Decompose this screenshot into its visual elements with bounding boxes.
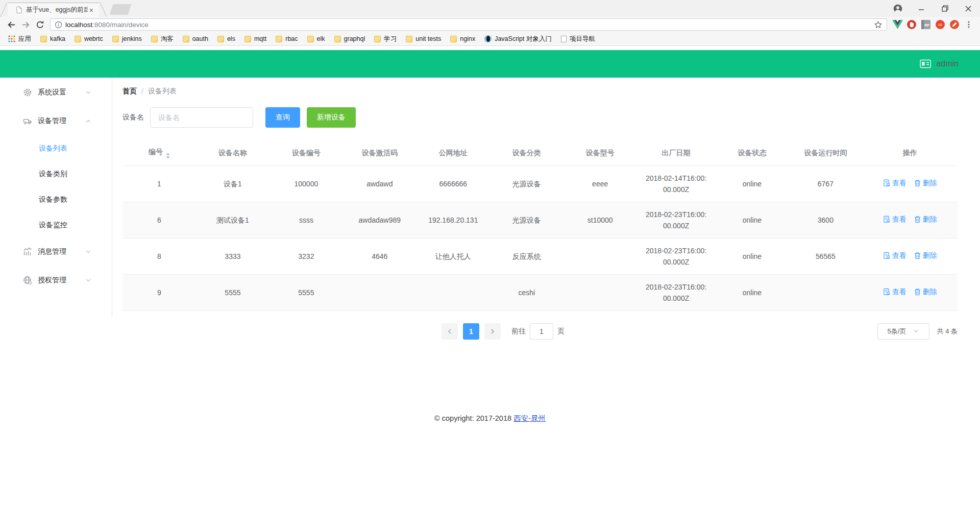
table-cell: online: [715, 165, 789, 202]
bookmark-item[interactable]: JavaScript 对象入门: [480, 33, 556, 45]
next-page-button[interactable]: [484, 323, 501, 340]
restore-button[interactable]: [933, 0, 957, 17]
sidebar-subitem[interactable]: 设备类别: [0, 161, 112, 186]
reload-button[interactable]: [33, 18, 47, 31]
delete-link[interactable]: 删除: [914, 286, 937, 297]
table-cell: ceshi: [490, 274, 564, 310]
query-button[interactable]: 查询: [265, 107, 300, 128]
bookmark-label: unit tests: [415, 35, 441, 42]
bookmark-label: JavaScript 对象入门: [495, 35, 552, 43]
address-bar[interactable]: localhost:8080/main/device: [50, 18, 887, 31]
folder-icon: [450, 36, 457, 42]
forward-button[interactable]: [18, 18, 33, 31]
sidebar-subitem[interactable]: 设备监控: [0, 212, 112, 237]
table-cell: 56565: [789, 238, 862, 274]
trash-icon: [914, 216, 921, 223]
view-link[interactable]: 查看: [883, 250, 906, 261]
delete-link[interactable]: 删除: [914, 177, 937, 188]
folder-icon: [406, 36, 412, 42]
bookmark-item[interactable]: kafka: [36, 34, 69, 44]
table-cell: 6: [122, 202, 196, 238]
url-text: localhost:8080/main/device: [65, 21, 149, 29]
pencil-extension-icon[interactable]: [947, 18, 962, 31]
bookmark-item[interactable]: mqtt: [240, 34, 271, 44]
sidebar-item-system[interactable]: 系统设置: [0, 78, 112, 107]
sidebar-item-device[interactable]: 设备管理: [0, 107, 112, 135]
rp-extension-icon[interactable]: RP: [919, 18, 933, 31]
view-link-label: 查看: [892, 213, 906, 225]
sidebar-item-auth[interactable]: 授权管理: [0, 266, 112, 295]
view-link[interactable]: 查看: [883, 286, 906, 297]
user-menu[interactable]: admin: [920, 59, 959, 68]
info-icon[interactable]: [55, 21, 62, 29]
page-icon: [561, 36, 567, 42]
sort-caret-icon[interactable]: [166, 153, 170, 159]
goto-label: 前往: [511, 327, 526, 336]
column-header: 出厂日期: [637, 141, 716, 165]
table-cell-actions: 查看删除: [862, 202, 958, 238]
sidebar-subitem[interactable]: 设备列表: [0, 135, 112, 161]
tab-strip: 基于vue、eggjs的前后端 ×: [0, 0, 980, 17]
table-cell-actions: 查看删除: [862, 165, 958, 202]
column-header[interactable]: 编号: [122, 141, 196, 165]
tab-title: 基于vue、eggjs的前后端: [26, 6, 88, 14]
infinity-extension-icon[interactable]: ∞: [933, 18, 947, 31]
page-number-button[interactable]: 1: [463, 323, 479, 340]
device-name-input[interactable]: [150, 107, 253, 128]
browser-tab[interactable]: 基于vue、eggjs的前后端 ×: [8, 3, 99, 17]
bookmark-label: rbac: [285, 35, 298, 42]
bookmark-item[interactable]: nginx: [446, 34, 479, 44]
bookmark-label: kafka: [50, 35, 65, 42]
breadcrumb-home[interactable]: 首页: [122, 87, 137, 96]
bookmark-item[interactable]: elk: [303, 34, 329, 44]
chevron-up-icon: [85, 118, 91, 124]
view-link[interactable]: 查看: [883, 213, 906, 225]
delete-link-label: 删除: [923, 250, 937, 261]
bookmark-star-icon[interactable]: [874, 20, 883, 29]
delete-link[interactable]: 删除: [914, 213, 937, 225]
table-cell: 光源设备: [490, 165, 564, 202]
page-footer: © copyright: 2017-2018 西安-晁州: [0, 414, 980, 423]
column-header-label: 设备型号: [586, 149, 615, 157]
profile-button[interactable]: [886, 0, 910, 17]
bookmark-item[interactable]: 项目导航: [557, 33, 599, 45]
bookmark-item[interactable]: webrtc: [70, 34, 107, 44]
bookmark-label: 淘客: [161, 35, 174, 43]
table-cell-date: 2018-02-23T16:00:00.000Z: [637, 202, 716, 238]
bookmark-label: 学习: [384, 35, 397, 43]
back-button[interactable]: [4, 18, 18, 31]
sidebar-subitem[interactable]: 设备参数: [0, 186, 112, 212]
column-header-label: 设备分类: [512, 149, 541, 157]
bookmark-item[interactable]: oauth: [179, 34, 212, 44]
tab-close-icon[interactable]: ×: [88, 6, 95, 14]
bookmark-item[interactable]: 淘客: [147, 33, 178, 45]
bookmark-item[interactable]: 应用: [4, 33, 35, 45]
prev-page-button[interactable]: [442, 323, 458, 340]
vue-devtools-icon[interactable]: [890, 18, 904, 31]
per-page-select[interactable]: 5条/页: [877, 323, 929, 340]
view-link[interactable]: 查看: [883, 177, 906, 188]
bookmark-label: jenkins: [122, 35, 142, 42]
goto-page-input[interactable]: [530, 323, 553, 340]
column-header-label: 编号: [149, 148, 163, 156]
bookmark-item[interactable]: jenkins: [108, 34, 146, 44]
chevron-down-icon: [85, 277, 91, 283]
bookmark-item[interactable]: 学习: [370, 33, 401, 45]
bookmark-item[interactable]: unit tests: [402, 34, 445, 44]
bookmark-item[interactable]: rbac: [272, 34, 302, 44]
sidebar-item-message[interactable]: 消息管理: [0, 237, 112, 266]
delete-link[interactable]: 删除: [914, 250, 937, 261]
bookmark-item[interactable]: els: [213, 34, 239, 44]
footer-link[interactable]: 西安-晁州: [513, 414, 546, 422]
new-tab-button[interactable]: [110, 4, 132, 15]
browser-menu-icon[interactable]: [962, 18, 976, 31]
adblock-hand-icon[interactable]: [904, 18, 919, 31]
delete-link-label: 删除: [923, 286, 937, 297]
date-line: 2018-02-23T16:00:: [639, 209, 714, 220]
column-header: 设备型号: [564, 141, 637, 165]
minimize-button[interactable]: [910, 0, 933, 17]
close-window-button[interactable]: [957, 0, 980, 17]
bookmark-item[interactable]: graphql: [330, 34, 370, 44]
add-device-button[interactable]: 新增设备: [307, 107, 356, 128]
column-header-label: 设备名称: [218, 149, 247, 157]
